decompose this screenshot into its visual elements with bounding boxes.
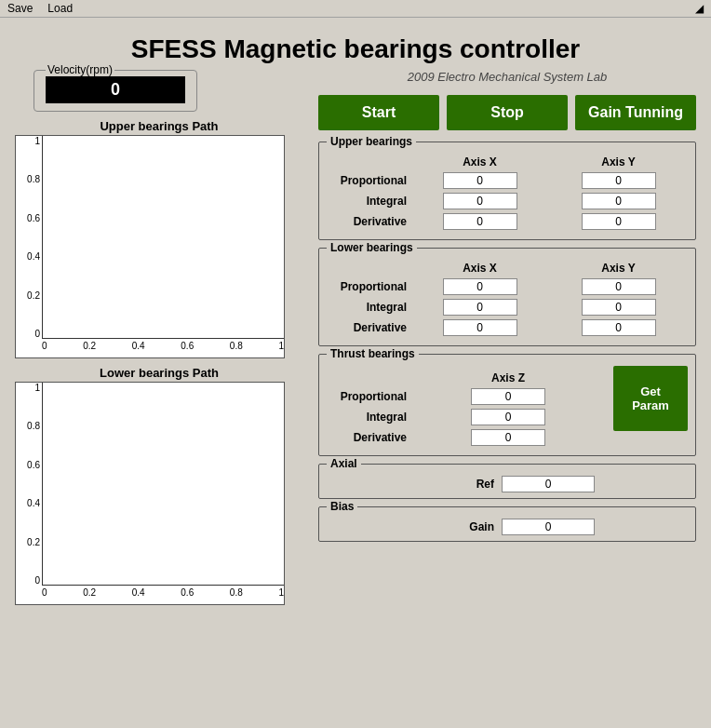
lower-plot-label: Lower bearings Path xyxy=(15,366,303,380)
thrust-proportional-z[interactable] xyxy=(471,388,545,405)
upper-plot-graph xyxy=(42,136,284,339)
velocity-display: 0 xyxy=(46,76,185,103)
lower-proportional-y[interactable] xyxy=(582,278,656,295)
lower-proportional-row: Proportional xyxy=(327,276,688,297)
upper-integral-x-cell xyxy=(410,191,549,211)
thrust-derivative-label: Derivative xyxy=(327,427,410,448)
bias-gain-input[interactable] xyxy=(502,519,595,535)
stop-button[interactable]: Stop xyxy=(447,95,568,130)
lower-col-y-header: Axis Y xyxy=(549,260,688,276)
lower-col-label-header xyxy=(327,260,410,276)
axial-title: Axial xyxy=(327,457,361,470)
thrust-integral-z-cell xyxy=(410,407,606,427)
upper-integral-x[interactable] xyxy=(443,193,517,209)
upper-proportional-y-cell xyxy=(549,170,688,191)
axial-ref-label: Ref xyxy=(420,478,494,491)
lower-plot-area: 1 0.8 0.6 0.4 0.2 0 0 0.2 0.4 0.6 xyxy=(15,382,285,605)
lower-derivative-x-cell xyxy=(410,317,549,338)
thrust-proportional-label: Proportional xyxy=(327,386,410,407)
lower-bearings-table: Axis X Axis Y Proportional Integral xyxy=(327,260,688,338)
btn-row: Start Stop Gain Tunning xyxy=(318,95,696,130)
bias-gain-label: Gain xyxy=(420,520,494,533)
upper-integral-label: Integral xyxy=(327,191,410,211)
save-menu[interactable]: Save xyxy=(4,2,36,15)
corner-icon: ◢ xyxy=(691,2,707,15)
axial-panel: Axial Ref xyxy=(318,464,696,499)
upper-proportional-y[interactable] xyxy=(582,172,656,189)
thrust-bearings-title: Thrust bearings xyxy=(327,347,419,360)
thrust-inner: Axis Z Proportional Integral xyxy=(327,366,688,448)
lower-proportional-y-cell xyxy=(549,276,688,297)
thrust-bearings-panel: Thrust bearings Axis Z xyxy=(318,354,696,456)
lower-plot-ticks-y: 1 0.8 0.6 0.4 0.2 0 xyxy=(16,383,42,586)
lower-bearings-panel: Lower bearings Axis X Axis Y Proportiona… xyxy=(318,248,696,346)
lower-integral-row: Integral xyxy=(327,297,688,317)
menubar: Save Load ◢ xyxy=(0,0,711,18)
upper-col-label-header xyxy=(327,154,410,170)
axial-ref-input[interactable] xyxy=(502,476,595,492)
lower-bearings-title: Lower bearings xyxy=(327,241,417,254)
upper-integral-y-cell xyxy=(549,191,688,211)
upper-derivative-x-cell xyxy=(410,211,549,232)
lower-integral-x[interactable] xyxy=(443,299,517,316)
lower-proportional-x[interactable] xyxy=(443,278,517,295)
thrust-integral-label: Integral xyxy=(327,407,410,427)
right-column: 2009 Electro Mechanical System Lab Start… xyxy=(318,70,696,542)
lab-label: 2009 Electro Mechanical System Lab xyxy=(318,70,696,84)
upper-plot-ticks-x: 0 0.2 0.4 0.6 0.8 1 xyxy=(42,339,284,357)
upper-derivative-row: Derivative xyxy=(327,211,688,232)
lower-derivative-label: Derivative xyxy=(327,317,410,338)
thrust-col-z-header: Axis Z xyxy=(410,370,606,386)
main-container: SFESS Magnetic bearings controller Veloc… xyxy=(0,18,711,613)
get-param-button[interactable]: Get Param xyxy=(613,366,688,431)
upper-plot-ticks-y: 1 0.8 0.6 0.4 0.2 0 xyxy=(16,136,42,339)
thrust-proportional-row: Proportional xyxy=(327,386,606,407)
left-column: Velocity(rpm) 0 Upper bearings Path 1 0.… xyxy=(15,70,303,605)
upper-derivative-y-cell xyxy=(549,211,688,232)
lower-derivative-y-cell xyxy=(549,317,688,338)
thrust-table-wrap: Axis Z Proportional Integral xyxy=(327,366,606,448)
upper-col-y-header: Axis Y xyxy=(549,154,688,170)
lower-plot-ticks-x: 0 0.2 0.4 0.6 0.8 1 xyxy=(42,586,284,604)
thrust-derivative-z[interactable] xyxy=(471,429,545,446)
lower-plot-graph xyxy=(42,383,284,586)
bias-row: Gain xyxy=(327,519,688,535)
bias-title: Bias xyxy=(327,500,357,513)
upper-proportional-x-cell xyxy=(410,170,549,191)
upper-bearings-panel: Upper bearings Axis X Axis Y Proportiona… xyxy=(318,142,696,240)
upper-proportional-label: Proportional xyxy=(327,170,410,191)
lower-derivative-x[interactable] xyxy=(443,319,517,336)
thrust-proportional-z-cell xyxy=(410,386,606,407)
upper-proportional-x[interactable] xyxy=(443,172,517,189)
upper-derivative-x[interactable] xyxy=(443,213,517,230)
upper-plot-label: Upper bearings Path xyxy=(15,119,303,133)
upper-derivative-label: Derivative xyxy=(327,211,410,232)
lower-integral-x-cell xyxy=(410,297,549,317)
load-menu[interactable]: Load xyxy=(44,2,76,15)
upper-derivative-y[interactable] xyxy=(582,213,656,230)
content-area: Velocity(rpm) 0 Upper bearings Path 1 0.… xyxy=(15,70,696,605)
upper-col-x-header: Axis X xyxy=(410,154,549,170)
lower-integral-y[interactable] xyxy=(582,299,656,316)
upper-integral-y[interactable] xyxy=(582,193,656,209)
axial-row: Ref xyxy=(327,476,688,492)
upper-proportional-row: Proportional xyxy=(327,170,688,191)
lower-derivative-y[interactable] xyxy=(582,319,656,336)
start-button[interactable]: Start xyxy=(318,95,439,130)
upper-plot-area: 1 0.8 0.6 0.4 0.2 0 0 0.2 0.4 0.6 xyxy=(15,135,285,358)
plots-container: Upper bearings Path 1 0.8 0.6 0.4 0.2 0 xyxy=(15,119,303,605)
bias-panel: Bias Gain xyxy=(318,506,696,542)
lower-derivative-row: Derivative xyxy=(327,317,688,338)
velocity-label: Velocity(rpm) xyxy=(46,63,114,76)
upper-bearings-title: Upper bearings xyxy=(327,135,416,148)
thrust-col-label-header xyxy=(327,370,410,386)
gain-tuning-button[interactable]: Gain Tunning xyxy=(575,95,696,130)
upper-plot-wrapper: Upper bearings Path 1 0.8 0.6 0.4 0.2 0 xyxy=(15,119,303,358)
thrust-integral-row: Integral xyxy=(327,407,606,427)
lower-proportional-x-cell xyxy=(410,276,549,297)
thrust-derivative-z-cell xyxy=(410,427,606,448)
thrust-integral-z[interactable] xyxy=(471,409,545,425)
upper-integral-row: Integral xyxy=(327,191,688,211)
velocity-box: Velocity(rpm) 0 xyxy=(34,70,197,112)
lower-integral-label: Integral xyxy=(327,297,410,317)
